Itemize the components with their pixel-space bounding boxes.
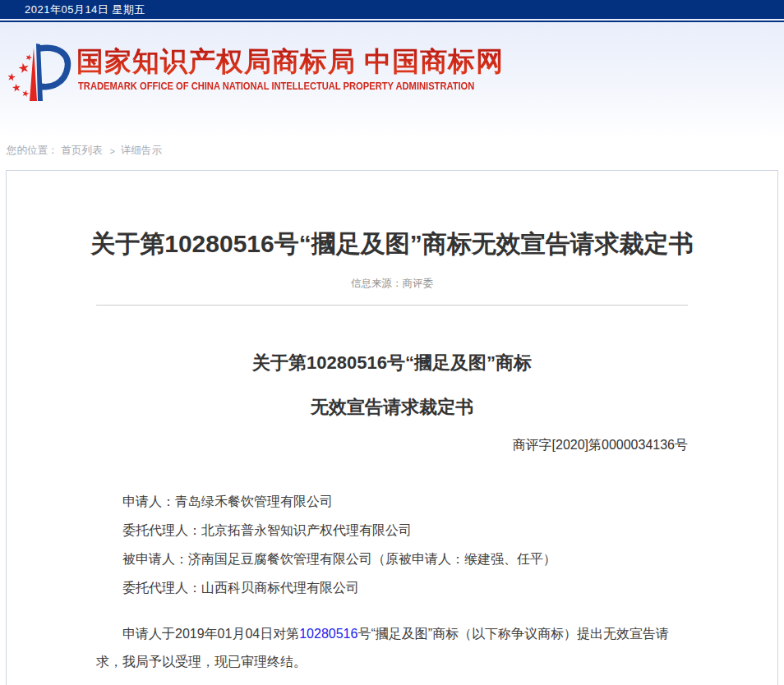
- body-paragraph: 申请人于2019年01月04日对第10280516号“摑足及图”商标（以下称争议…: [96, 620, 688, 676]
- date-label: 2021年05月14日 星期五: [25, 2, 145, 17]
- site-header: 国家知识产权局商标局 中国商标网 TRADEMARK OFFICE OF CHI…: [0, 22, 784, 140]
- top-date-bar: 2021年05月14日 星期五: [0, 0, 784, 19]
- title-divider: [96, 305, 688, 306]
- doc-title-line1: 关于第10280516号“摑足及图”商标: [96, 351, 688, 375]
- paragraph-text-before: 申请人于2019年01月04日对第: [122, 627, 299, 641]
- content-panel: 关于第10280516号“摑足及图”商标无效宣告请求裁定书 信息来源：商评委 关…: [6, 170, 778, 685]
- doc-number: 商评字[2020]第0000034136号: [96, 437, 688, 454]
- party-line-respondent-agent: 委托代理人：山西科贝商标代理有限公司: [96, 573, 688, 602]
- info-source: 信息来源：商评委: [7, 277, 777, 291]
- breadcrumb-separator: >: [110, 146, 115, 156]
- breadcrumb-prefix: 您的位置：: [7, 144, 58, 158]
- document-body: 关于第10280516号“摑足及图”商标 无效宣告请求裁定书 商评字[2020]…: [96, 305, 688, 676]
- party-line-applicant: 申请人：青岛绿禾餐饮管理有限公司: [96, 487, 688, 516]
- trademark-number-link[interactable]: 10280516: [299, 627, 357, 641]
- breadcrumb: 您的位置： 首页列表 > 详细告示: [0, 140, 784, 162]
- party-list: 申请人：青岛绿禾餐饮管理有限公司 委托代理人：北京拓普永智知识产权代理有限公司 …: [96, 487, 688, 602]
- site-subtitle: TRADEMARK OFFICE OF CHINA NATIONAL INTEL…: [78, 80, 474, 92]
- breadcrumb-item-detail-notice[interactable]: 详细告示: [121, 144, 162, 158]
- article-title: 关于第10280516号“摑足及图”商标无效宣告请求裁定书: [72, 227, 712, 261]
- site-title: 国家知识产权局商标局 中国商标网: [76, 44, 504, 80]
- cnipa-logo-icon: [3, 42, 77, 108]
- doc-title-line2: 无效宣告请求裁定书: [96, 395, 688, 420]
- party-line-applicant-agent: 委托代理人：北京拓普永智知识产权代理有限公司: [96, 516, 688, 545]
- party-line-respondent: 被申请人：济南国足豆腐餐饮管理有限公司（原被申请人：缑建强、任平）: [96, 545, 688, 573]
- breadcrumb-item-home-list[interactable]: 首页列表: [62, 144, 103, 158]
